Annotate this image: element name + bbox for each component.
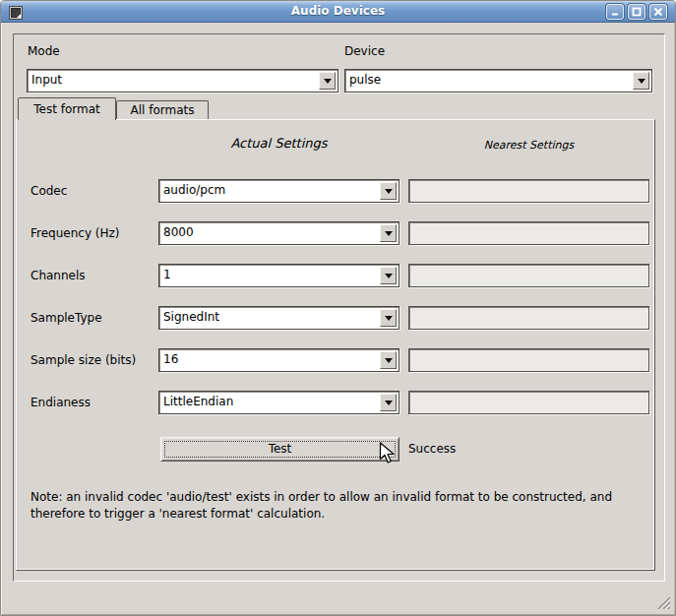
samplesize-select-value: 16 [163,352,178,366]
tab-all-formats[interactable]: All formats [116,100,209,120]
window-title: Audio Devices [1,1,675,23]
device-select-value: pulse [349,73,381,87]
maximize-button[interactable] [628,4,645,20]
note-text: Note: an invalid codec 'audio/test' exis… [31,489,639,523]
minimize-button[interactable] [606,4,624,20]
channels-dropdown-button[interactable] [380,267,397,284]
codec-select[interactable]: audio/pcm [158,179,399,203]
frequency-select[interactable]: 8000 [158,221,399,245]
audio-devices-window: Audio Devices Mode [0,0,676,616]
codec-dropdown-button[interactable] [380,182,397,200]
chevron-down-icon [385,189,393,198]
mode-dropdown-button[interactable] [319,72,336,90]
chevron-down-icon [385,316,393,325]
channels-select[interactable]: 1 [158,264,399,287]
device-dropdown-button[interactable] [633,72,649,90]
chevron-down-icon [385,274,393,282]
test-button[interactable]: Test [160,437,399,462]
dialog-content-frame: Mode Input Device pulse Test format All … [13,33,665,582]
maximize-icon [632,7,642,17]
chevron-down-icon [385,400,393,409]
frequency-select-value: 8000 [163,225,194,239]
close-icon [653,7,663,17]
endianess-label: Endianess [31,391,91,414]
actual-settings-header: Actual Settings [158,136,399,151]
title-bar[interactable]: Audio Devices [1,1,675,23]
channels-select-value: 1 [163,268,171,281]
device-select[interactable]: pulse [344,69,652,92]
codec-select-value: audio/pcm [163,183,225,197]
sampletype-select[interactable]: SignedInt [158,306,399,330]
test-result-status: Success [408,437,456,462]
samplesize-nearest-field [408,348,649,372]
chevron-down-icon [638,79,645,88]
close-button[interactable] [649,4,667,20]
mode-label: Mode [28,44,60,58]
endianess-dropdown-button[interactable] [380,394,397,411]
frequency-nearest-field [408,221,649,245]
codec-nearest-field [408,179,649,203]
endianess-nearest-field [408,391,649,414]
frequency-dropdown-button[interactable] [380,224,397,242]
mouse-cursor-icon [379,442,399,469]
chevron-down-icon [324,79,332,88]
codec-label: Codec [31,179,67,203]
resize-grip[interactable] [654,593,670,609]
samplesize-dropdown-button[interactable] [380,351,397,369]
mode-select[interactable]: Input [27,69,338,92]
test-format-pane: Actual Settings Nearest Settings Codec a… [16,119,655,571]
endianess-select[interactable]: LittleEndian [158,391,399,414]
frequency-label: Frequency (Hz) [31,221,120,245]
tab-test-format[interactable]: Test format [18,97,116,120]
channels-nearest-field [408,264,649,287]
chevron-down-icon [385,231,393,240]
chevron-down-icon [385,358,393,367]
channels-label: Channels [31,264,86,287]
sampletype-nearest-field [408,306,649,330]
mode-select-value: Input [31,73,62,87]
nearest-settings-header: Nearest Settings [408,139,649,152]
sampletype-label: SampleType [31,306,102,330]
sampletype-dropdown-button[interactable] [380,309,397,327]
samplesize-select[interactable]: 16 [158,348,399,372]
sampletype-select-value: SignedInt [163,310,219,324]
minimize-icon [610,7,620,17]
samplesize-label: Sample size (bits) [31,348,136,372]
device-label: Device [344,44,385,58]
endianess-select-value: LittleEndian [163,395,233,408]
